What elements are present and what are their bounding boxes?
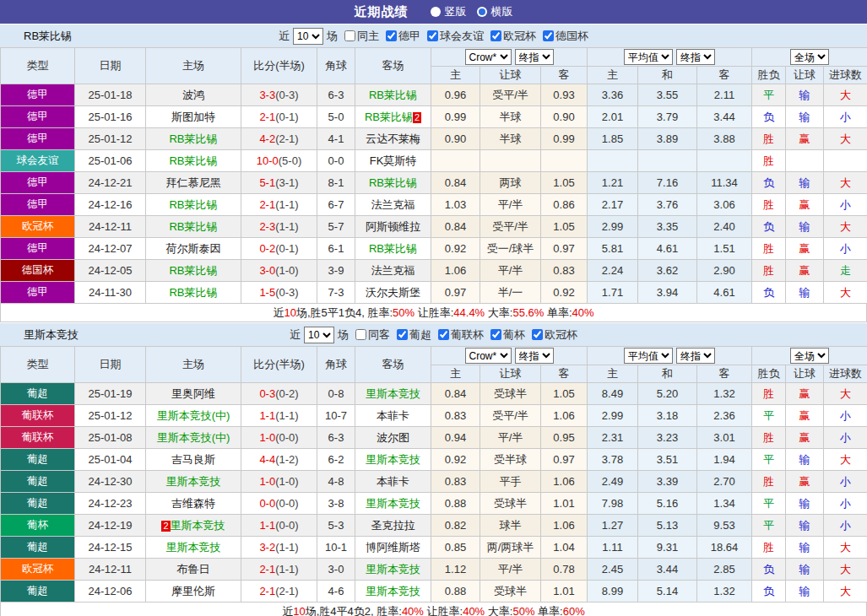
team-name: 里斯本竞技 — [366, 453, 420, 466]
result-text: 输 — [799, 585, 810, 597]
handicap-line: 两球 — [480, 172, 541, 194]
summary-line-team2: 近10场,胜4平4负2, 胜率:40% 让胜率:40% 大率:50% 单率:60… — [0, 602, 867, 616]
filters-bar: 近10场同客葡超葡联杯葡杯欧冠杯 — [290, 327, 577, 343]
match-row: 葡超24-12-15里斯本竞技3-2(1-1)10-1博阿维斯塔0.85两/两球… — [1, 537, 867, 559]
league-filter-1[interactable]: 葡联杯 — [435, 327, 484, 343]
match-date: 25-01-18 — [75, 84, 146, 106]
goals-result-cell: 大 — [824, 216, 867, 238]
match-row: 德甲24-12-16RB莱比锡2-1(1-1)6-7法兰克福1.03平/半0.8… — [1, 194, 867, 216]
league-filter-2[interactable]: 葡杯 — [487, 327, 525, 343]
league-filter-3-checkbox[interactable] — [532, 329, 543, 340]
final-odds-select[interactable]: 终指 — [515, 49, 554, 65]
scope-select-group: 全场 — [752, 48, 867, 67]
col-date: 日期 — [75, 347, 146, 383]
away-team-cell: RB莱比锡 — [355, 238, 431, 260]
outcome-cell: 平 — [752, 515, 786, 537]
result-text: 胜 — [763, 154, 774, 167]
corner-cell: 0-8 — [317, 383, 355, 405]
same-venue-filter[interactable]: 同客 — [352, 327, 390, 343]
team-name: 里奥阿维 — [171, 387, 215, 400]
avg-draw-odds: 7.16 — [638, 172, 697, 194]
halftime-score: (5-0) — [279, 154, 301, 167]
final-odds-select2[interactable]: 终指 — [676, 49, 715, 65]
same-venue-filter-checkbox[interactable] — [344, 30, 355, 41]
radio-unchecked-icon[interactable] — [431, 7, 441, 17]
halftime-score: (1-1) — [275, 409, 298, 422]
match-row: 德甲24-12-21拜仁慕尼黑5-1(3-1)8-1RB莱比锡0.84两球1.0… — [1, 172, 867, 194]
final-odds-select[interactable]: 终指 — [515, 348, 554, 364]
scope-select[interactable]: 全场 — [790, 348, 829, 364]
handicap-result-cell: 输 — [786, 84, 824, 106]
league-filter-2-checkbox[interactable] — [490, 30, 501, 41]
avg-win-odds: 3.36 — [588, 84, 638, 106]
layout-radio-vertical[interactable]: 竖版 — [431, 4, 467, 19]
count-badge: 2 — [413, 112, 421, 123]
team-name: 吉维森特 — [171, 497, 215, 510]
goals-result-cell: 大 — [824, 449, 867, 471]
match-row: 德甲25-01-18波鸿3-3(0-3)6-3RB莱比锡0.96受平/半0.93… — [1, 84, 867, 106]
bookmaker-select[interactable]: Crow* — [465, 348, 512, 364]
same-venue-filter-checkbox[interactable] — [355, 329, 366, 340]
score-cell: 2-1(0-1) — [241, 106, 317, 128]
handicap-line: 平手 — [480, 471, 541, 493]
outcome-cell: 平 — [752, 449, 786, 471]
league-filter-1-checkbox[interactable] — [427, 30, 438, 41]
corner-cell: 6-7 — [317, 194, 355, 216]
avg-draw-odds: 3.44 — [638, 559, 697, 581]
corner-cell: 4-6 — [317, 581, 355, 602]
corner-cell: 8-1 — [317, 172, 355, 194]
col-corner: 角球 — [317, 347, 355, 383]
handicap-home-odds: 0.92 — [431, 238, 480, 260]
radio-checked-icon[interactable] — [477, 7, 487, 17]
league-filter-0[interactable]: 葡超 — [393, 327, 431, 343]
handicap-line: 受一/球半 — [480, 238, 541, 260]
result-text: 走 — [840, 264, 851, 277]
avg-draw-odds: 3.23 — [638, 427, 697, 449]
summary-segment: 让胜率: — [415, 306, 453, 319]
home-team-cell: 吉维森特 — [146, 493, 241, 515]
result-text: 大 — [840, 541, 851, 554]
league-filter-2-checkbox[interactable] — [490, 329, 501, 340]
halftime-score: (0-0) — [275, 431, 298, 444]
corner-cell: 4-1 — [317, 128, 355, 150]
recent-count-select[interactable]: 10 — [293, 28, 323, 45]
team-name: 里斯本竞技 — [166, 541, 221, 554]
final-odds-select2[interactable]: 终指 — [676, 348, 715, 364]
result-text: 负 — [763, 176, 774, 189]
recent-count-select[interactable]: 10 — [304, 327, 334, 343]
score-cell: 4-2(2-1) — [241, 128, 317, 150]
handicap-result-cell: 输 — [786, 172, 824, 194]
result-text: 输 — [799, 453, 810, 466]
bookmaker-select[interactable]: Crow* — [465, 49, 512, 65]
team-name: 斯图加特 — [171, 111, 215, 123]
league-filter-0[interactable]: 德甲 — [382, 29, 420, 44]
handicap-away-odds: 1.05 — [541, 216, 588, 238]
layout-radio-horizontal[interactable]: 横版 — [477, 4, 513, 19]
league-badge: 葡超 — [1, 581, 75, 602]
league-filter-3[interactable]: 欧冠杯 — [528, 327, 577, 343]
summary-segment: 10 — [293, 605, 305, 616]
avg-win-odds: 2.31 — [588, 427, 638, 449]
league-filter-1[interactable]: 球会友谊 — [424, 29, 484, 44]
result-text: 负 — [763, 220, 774, 233]
league-filter-0-checkbox[interactable] — [386, 30, 397, 41]
league-filter-0-checkbox[interactable] — [397, 329, 408, 340]
league-filter-2[interactable]: 欧冠杯 — [487, 29, 536, 44]
handicap-away-odds: 1.04 — [541, 537, 588, 559]
same-venue-filter[interactable]: 同主 — [341, 29, 379, 44]
corner-cell: 7-3 — [317, 282, 355, 304]
average-select[interactable]: 平均值 — [624, 348, 673, 364]
league-filter-3[interactable]: 德国杯 — [539, 29, 588, 44]
result-text: 胜 — [763, 264, 774, 277]
handicap-home-odds: 0.88 — [431, 493, 480, 515]
average-select[interactable]: 平均值 — [624, 49, 673, 65]
match-row: 球会友谊25-01-06RB莱比锡10-0(5-0)0-0FK莫斯特胜 — [1, 150, 867, 172]
league-badge: 德甲 — [1, 238, 75, 260]
corner-cell: 6-2 — [317, 449, 355, 471]
league-filter-3-checkbox[interactable] — [543, 30, 554, 41]
league-filter-1-checkbox[interactable] — [438, 329, 449, 340]
handicap-home-odds: 1.12 — [431, 559, 480, 581]
scope-select[interactable]: 全场 — [790, 49, 829, 65]
handicap-away-odds: 0.93 — [541, 84, 588, 106]
summary-segment: 10 — [284, 306, 295, 319]
